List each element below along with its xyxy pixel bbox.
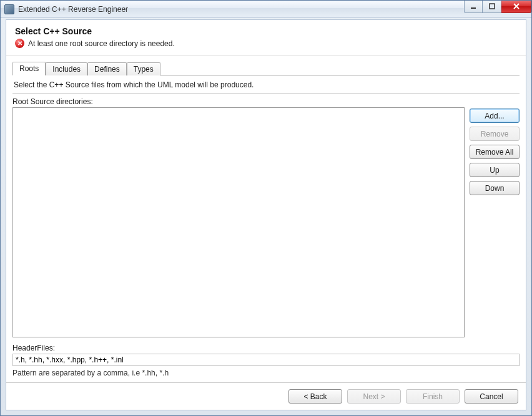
window-controls	[464, 1, 531, 13]
finish-button-label: Finish	[423, 392, 443, 401]
add-button[interactable]: Add...	[470, 109, 520, 123]
add-button-label: Add...	[485, 112, 504, 120]
minimize-button[interactable]	[464, 1, 483, 13]
list-buttons: Add... Remove Remove All Up Down	[470, 107, 520, 337]
down-button[interactable]: Down	[470, 181, 520, 195]
tab-defines[interactable]: Defines	[87, 62, 127, 75]
content-area: Select C++ Source ✕ At least one root so…	[6, 19, 526, 410]
close-icon	[513, 3, 520, 9]
back-button-label: < Back	[303, 392, 327, 401]
maximize-icon	[489, 3, 495, 9]
wizard-footer: < Back Next > Finish Cancel	[6, 382, 526, 410]
next-button-label: Next >	[363, 392, 385, 401]
remove-all-button-label: Remove All	[476, 148, 514, 157]
tab-defines-label: Defines	[94, 65, 120, 74]
remove-button: Remove	[470, 127, 520, 141]
tab-includes-label: Includes	[52, 65, 81, 74]
next-button: Next >	[347, 389, 401, 404]
instruction-text: Select the C++ Source files from which t…	[12, 79, 520, 93]
roots-panel: Select the C++ Source files from which t…	[12, 75, 520, 377]
tab-strip: Roots Includes Defines Types	[6, 56, 526, 75]
tab-roots-label: Roots	[19, 64, 39, 73]
svg-rect-0	[471, 7, 476, 9]
tab-includes[interactable]: Includes	[46, 62, 87, 75]
error-icon: ✕	[15, 39, 24, 48]
app-icon	[4, 4, 14, 14]
header-files-section: HeaderFiles: Pattern are separated by a …	[12, 344, 520, 377]
up-button-label: Up	[490, 166, 499, 175]
root-dirs-label: Root Source directories:	[12, 97, 520, 106]
window-title: Extended C++ Reverse Engineer	[18, 5, 464, 14]
separator	[12, 93, 520, 94]
back-button[interactable]: < Back	[288, 389, 342, 404]
up-button[interactable]: Up	[470, 163, 520, 177]
error-text: At least one root source directory is ne…	[28, 39, 175, 48]
titlebar[interactable]: Extended C++ Reverse Engineer	[1, 1, 531, 18]
dialog-window: Extended C++ Reverse Engineer Select C++…	[0, 0, 532, 416]
svg-rect-1	[490, 4, 495, 9]
page-title: Select C++ Source	[15, 26, 517, 36]
cancel-button[interactable]: Cancel	[465, 389, 518, 404]
remove-button-label: Remove	[481, 130, 509, 138]
finish-button: Finish	[406, 389, 460, 404]
remove-all-button[interactable]: Remove All	[470, 145, 520, 159]
header-files-label: HeaderFiles:	[12, 344, 520, 352]
header-files-input[interactable]	[12, 354, 520, 366]
tab-types-label: Types	[134, 65, 154, 74]
tab-roots[interactable]: Roots	[12, 62, 46, 75]
wizard-header: Select C++ Source ✕ At least one root so…	[6, 20, 526, 56]
close-button[interactable]	[501, 1, 531, 13]
minimize-icon	[470, 3, 476, 9]
maximize-button[interactable]	[483, 1, 501, 13]
down-button-label: Down	[485, 184, 505, 193]
pattern-hint: Pattern are separated by a comma, i.e *.…	[12, 369, 520, 377]
root-directories-list[interactable]	[12, 107, 465, 337]
tab-types[interactable]: Types	[127, 62, 160, 75]
roots-row: Add... Remove Remove All Up Down	[12, 107, 520, 337]
error-row: ✕ At least one root source directory is …	[15, 39, 517, 48]
cancel-button-label: Cancel	[480, 392, 503, 401]
